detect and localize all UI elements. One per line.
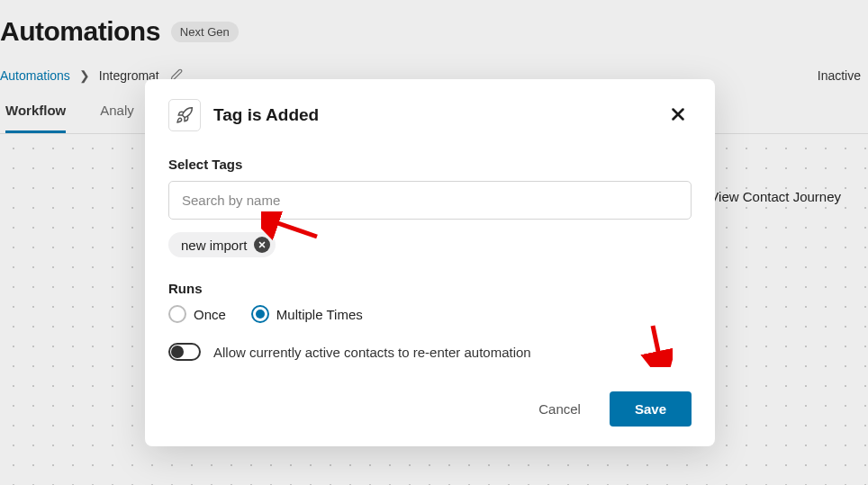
tab-workflow[interactable]: Workflow	[5, 103, 66, 133]
runs-multiple-label: Multiple Times	[276, 307, 363, 322]
close-button[interactable]	[665, 101, 692, 130]
reenter-toggle[interactable]	[168, 343, 201, 361]
runs-once-label: Once	[194, 307, 226, 322]
close-icon	[258, 240, 267, 249]
rocket-icon	[168, 99, 201, 131]
runs-once-option[interactable]: Once	[168, 305, 226, 323]
page-title: Automations	[0, 16, 160, 47]
reenter-toggle-row: Allow currently active contacts to re-en…	[168, 343, 692, 361]
page-header: Automations Next Gen	[0, 0, 868, 59]
remove-tag-button[interactable]	[254, 237, 270, 253]
selected-tag-chip: new import	[168, 232, 276, 257]
radio-icon	[168, 305, 186, 323]
runs-options: Once Multiple Times	[168, 305, 692, 323]
save-button[interactable]: Save	[610, 391, 692, 427]
view-contact-journey-link[interactable]: View Contact Journey	[710, 189, 841, 204]
tab-analytics[interactable]: Analy	[100, 103, 134, 133]
breadcrumb-automations-link[interactable]: Automations	[0, 68, 70, 83]
tag-added-modal: Tag is Added Select Tags new import Runs…	[145, 79, 715, 446]
modal-header: Tag is Added	[168, 99, 692, 131]
cancel-button[interactable]: Cancel	[531, 392, 588, 426]
runs-label: Runs	[168, 281, 692, 296]
tag-label: new import	[181, 238, 247, 253]
select-tags-label: Select Tags	[168, 157, 692, 172]
next-gen-badge: Next Gen	[171, 22, 239, 42]
modal-title: Tag is Added	[213, 105, 652, 125]
runs-multiple-option[interactable]: Multiple Times	[251, 305, 363, 323]
reenter-toggle-label: Allow currently active contacts to re-en…	[213, 345, 531, 360]
radio-icon	[251, 305, 269, 323]
status-badge: Inactive	[818, 68, 868, 83]
tag-search-input[interactable]	[168, 181, 692, 220]
modal-footer: Cancel Save	[168, 391, 692, 427]
chevron-right-icon: ❯	[79, 68, 90, 83]
close-icon	[668, 104, 688, 124]
